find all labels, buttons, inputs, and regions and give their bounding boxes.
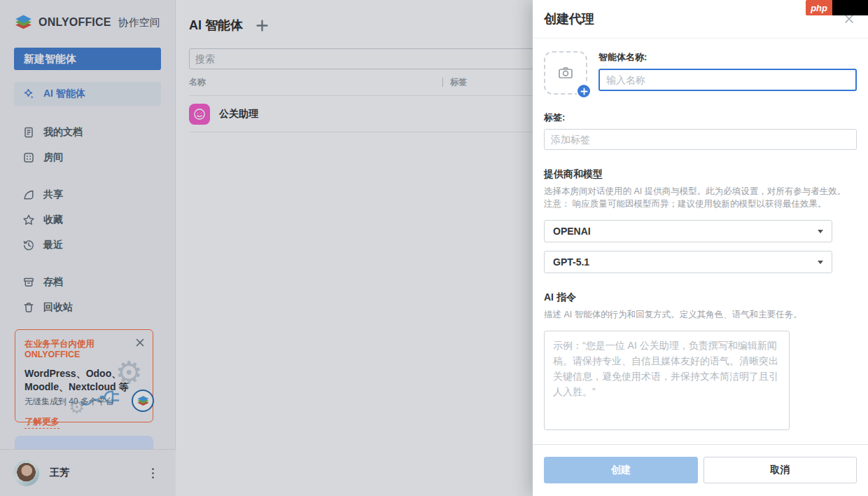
tags-input[interactable] [544, 129, 857, 150]
panel-title: 创建代理 [544, 11, 594, 27]
php-watermark: php [806, 0, 868, 15]
php-watermark-block [832, 0, 868, 15]
instructions-section-title: AI 指令 [544, 291, 857, 304]
agent-name-input[interactable] [598, 69, 857, 91]
agent-avatar-upload[interactable] [544, 51, 587, 95]
create-agent-panel: 创建代理 [533, 0, 868, 496]
model-select[interactable]: GPT-5.1 [544, 251, 832, 273]
camera-icon [557, 64, 574, 81]
instructions-section-desc: 描述 AI 智能体的行为和回复方式。定义其角色、语气和主要任务。 [544, 308, 857, 321]
provider-value: OPENAI [553, 226, 591, 237]
create-button[interactable]: 创建 [544, 457, 698, 483]
add-avatar-plus-icon[interactable] [576, 83, 592, 99]
modal-dim-overlay [0, 0, 533, 496]
app-screen: ONLYOFFICE 协作空间 新建智能体 AI 智能体 [0, 0, 868, 496]
cancel-button[interactable]: 取消 [704, 457, 858, 483]
agent-name-label: 智能体名称: [598, 51, 857, 64]
provider-section-desc: 选择本房间对话使用的 AI 提供商与模型。此为必填设置，对所有参与者生效。 注意… [544, 185, 857, 210]
provider-section-title: 提供商和模型 [544, 168, 857, 181]
php-watermark-label: php [806, 0, 832, 15]
provider-select[interactable]: OPENAI [544, 220, 832, 242]
tags-label: 标签: [544, 111, 857, 124]
chevron-down-icon [818, 230, 823, 233]
chevron-down-icon [818, 261, 823, 264]
model-value: GPT-5.1 [553, 256, 589, 268]
instructions-textarea[interactable] [544, 331, 790, 430]
